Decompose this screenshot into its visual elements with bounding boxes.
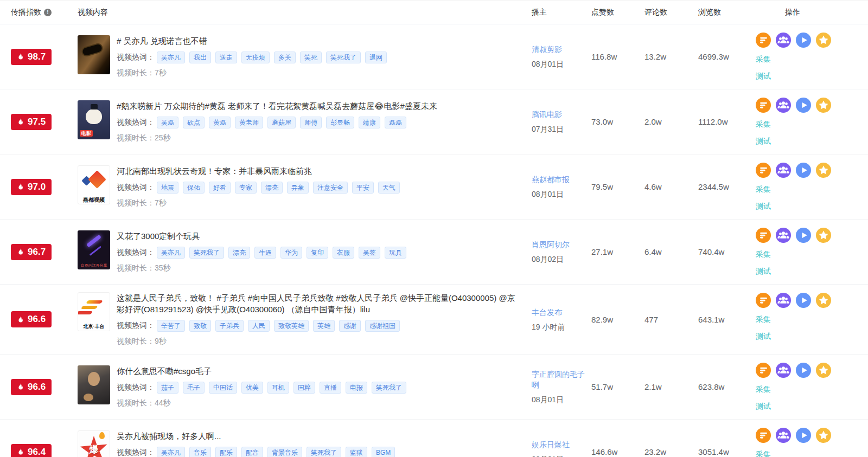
video-title[interactable]: # 吴亦凡 兑现诺言也不错 (117, 35, 519, 47)
favorite-button[interactable] (816, 163, 831, 178)
hot-word-tag[interactable]: 华为 (280, 247, 302, 259)
test-link[interactable]: 测试 (756, 402, 771, 411)
hot-word-tag[interactable]: 辛苦了 (157, 320, 185, 332)
hot-word-tag[interactable]: 黄老师 (235, 117, 263, 128)
audience-button[interactable] (776, 293, 791, 308)
play-video-button[interactable] (796, 363, 811, 378)
video-title[interactable]: 你什么意思不嘞#csgo毛子 (117, 365, 519, 377)
hot-word-tag[interactable]: 好看 (209, 182, 231, 194)
hot-word-tag[interactable]: 感谢 (339, 320, 361, 332)
audience-button[interactable] (776, 33, 791, 48)
hot-word-tag[interactable]: 专家 (235, 182, 257, 194)
audience-button[interactable] (776, 228, 791, 243)
info-icon[interactable]: ! (44, 9, 52, 16)
hot-word-tag[interactable]: 电报 (346, 382, 367, 394)
hot-word-tag[interactable]: 子弟兵 (215, 320, 244, 332)
hot-word-tag[interactable]: 笑死我了 (372, 382, 406, 394)
hot-word-tag[interactable]: 配音 (241, 447, 263, 457)
collect-link[interactable]: 采集 (756, 185, 771, 195)
hot-word-tag[interactable]: 致敬英雄 (274, 320, 309, 332)
hot-word-tag[interactable]: 英雄 (313, 320, 335, 332)
rank-list-button[interactable] (756, 33, 771, 48)
rank-list-button[interactable] (756, 363, 771, 378)
audience-button[interactable] (776, 428, 791, 443)
hot-word-tag[interactable]: 吴亦凡 (157, 247, 185, 259)
hot-word-tag[interactable]: 我出 (189, 52, 211, 63)
hot-word-tag[interactable]: 保佑 (183, 182, 205, 194)
creator-link[interactable]: 腾讯电影 (532, 109, 562, 120)
video-title[interactable]: 这就是人民子弟兵，致敬！ #子弟兵 #向中国人民子弟兵致敬 #致敬人民子弟兵 @… (117, 292, 519, 315)
play-video-button[interactable] (796, 228, 811, 243)
hot-word-tag[interactable]: 平安 (352, 182, 374, 194)
hot-word-tag[interactable]: 无疫烦 (241, 52, 270, 63)
video-thumbnail[interactable]: 北京·丰台 (78, 292, 110, 331)
hot-word-tag[interactable]: 监狱 (346, 447, 367, 457)
hot-word-tag[interactable]: 配乐 (215, 447, 237, 457)
video-title[interactable]: #鹅来唠新片 万众期待的#黄磊 老师来了！看完花絮黄磊喊吴磊去蘑菇屋😂电影#盛夏… (117, 100, 519, 112)
hot-word-tag[interactable]: 黄磊 (209, 117, 231, 128)
creator-link[interactable]: 丰台发布 (532, 307, 562, 318)
favorite-button[interactable] (816, 33, 831, 48)
video-thumbnail[interactable]: 电影 (78, 100, 110, 139)
audience-button[interactable] (776, 98, 791, 113)
hot-word-tag[interactable]: 蘑菇屋 (267, 117, 296, 128)
collect-link[interactable]: 采集 (756, 120, 771, 130)
hot-word-tag[interactable]: 直播 (320, 382, 341, 394)
rank-list-button[interactable] (756, 163, 771, 178)
play-video-button[interactable] (796, 98, 811, 113)
hot-word-tag[interactable]: 吴亦凡 (157, 447, 185, 457)
collect-link[interactable]: 采集 (756, 450, 771, 457)
play-video-button[interactable] (796, 428, 811, 443)
test-link[interactable]: 测试 (756, 137, 771, 146)
hot-word-tag[interactable]: 音乐 (189, 447, 211, 457)
hot-word-tag[interactable]: 笑死 (300, 52, 322, 63)
video-thumbnail[interactable]: 爆 (78, 430, 110, 457)
hot-word-tag[interactable]: 彭昱畅 (326, 117, 354, 128)
test-link[interactable]: 测试 (756, 202, 771, 211)
hot-word-tag[interactable]: 茄子 (157, 382, 178, 394)
video-thumbnail[interactable] (78, 35, 110, 74)
rank-list-button[interactable] (756, 228, 771, 243)
play-video-button[interactable] (796, 33, 811, 48)
hot-word-tag[interactable]: 背景音乐 (267, 447, 302, 457)
hot-word-tag[interactable]: 笑死我了 (326, 52, 361, 63)
hot-word-tag[interactable]: 吴签 (359, 247, 380, 259)
favorite-button[interactable] (816, 98, 831, 113)
creator-link[interactable]: 燕赵都市报 (532, 174, 570, 185)
hot-word-tag[interactable]: 师傅 (300, 117, 322, 128)
test-link[interactable]: 测试 (756, 267, 771, 276)
hot-word-tag[interactable]: 笑死我了 (307, 447, 341, 457)
favorite-button[interactable] (816, 228, 831, 243)
hot-word-tag[interactable]: 中国话 (209, 382, 237, 394)
favorite-button[interactable] (816, 428, 831, 443)
hot-word-tag[interactable]: 异象 (287, 182, 309, 194)
rank-list-button[interactable] (756, 98, 771, 113)
audience-button[interactable] (776, 163, 791, 178)
collect-link[interactable]: 采集 (756, 250, 771, 260)
hot-word-tag[interactable]: 靖康 (359, 117, 380, 128)
hot-word-tag[interactable]: 国粹 (293, 382, 315, 394)
favorite-button[interactable] (816, 363, 831, 378)
hot-word-tag[interactable]: 吴磊 (157, 117, 178, 128)
hot-word-tag[interactable]: 感谢祖国 (365, 320, 400, 332)
hot-word-tag[interactable]: 天气 (378, 182, 400, 194)
favorite-button[interactable] (816, 293, 831, 308)
audience-button[interactable] (776, 363, 791, 378)
hot-word-tag[interactable]: 退网 (365, 52, 387, 63)
hot-word-tag[interactable]: 衣服 (333, 247, 354, 259)
hot-word-tag[interactable]: 注意安全 (313, 182, 348, 194)
rank-list-button[interactable] (756, 428, 771, 443)
test-link[interactable]: 测试 (756, 332, 771, 342)
hot-word-tag[interactable]: 漂亮 (261, 182, 283, 194)
creator-link[interactable]: 清叔剪影 (532, 44, 562, 55)
hot-word-tag[interactable]: 致敬 (189, 320, 211, 332)
collect-link[interactable]: 采集 (756, 385, 771, 395)
collect-link[interactable]: 采集 (756, 315, 771, 325)
creator-link[interactable]: 肖恩阿切尔 (532, 239, 570, 250)
hot-word-tag[interactable]: 多关 (274, 52, 296, 63)
hot-word-tag[interactable]: 玩具 (385, 247, 406, 259)
video-thumbnail[interactable]: 肖恩的玩具分享 (78, 230, 110, 269)
hot-word-tag[interactable]: BGM (372, 447, 395, 457)
hot-word-tag[interactable]: 吴亦凡 (157, 52, 185, 63)
hot-word-tag[interactable]: 牛逼 (254, 247, 276, 259)
